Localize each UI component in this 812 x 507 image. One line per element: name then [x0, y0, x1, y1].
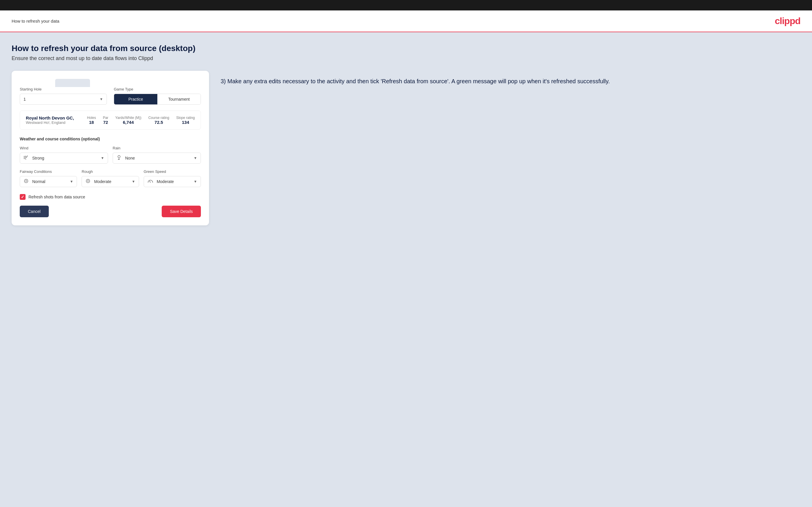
practice-button[interactable]: Practice [114, 94, 157, 104]
side-text-content: 3) Make any extra edits necessary to the… [221, 76, 800, 86]
wind-group: Wind Strong None Light Moderate [20, 146, 108, 164]
course-rating-stat: Course rating 72.5 [148, 116, 169, 125]
green-speed-select[interactable]: Moderate Slow Fast [156, 176, 201, 187]
side-text: 3) Make any extra edits necessary to the… [221, 71, 800, 92]
course-location: Westward Ho!, England [26, 120, 74, 125]
cancel-button[interactable]: Cancel [20, 206, 49, 217]
checkmark-icon: ✓ [21, 194, 24, 199]
yards-label: Yards/White (M)) [115, 116, 141, 120]
header-title: How to refresh your data [12, 18, 59, 23]
course-rating-value: 72.5 [148, 120, 169, 125]
wind-select[interactable]: Strong None Light Moderate [31, 153, 108, 163]
conditions-row-2: Fairway Conditions Normal Soft Hard [20, 169, 201, 187]
course-card: Royal North Devon GC, Westward Ho!, Engl… [20, 111, 201, 130]
svg-point-0 [118, 156, 120, 158]
wind-label: Wind [20, 146, 108, 150]
starting-hole-select[interactable]: 1 10 [20, 94, 107, 104]
course-rating-label: Course rating [148, 116, 169, 120]
rain-icon [113, 155, 124, 161]
refresh-checkbox[interactable]: ✓ [20, 194, 26, 200]
svg-point-4 [87, 180, 89, 181]
page-title: How to refresh your data from source (de… [12, 44, 800, 53]
rough-label: Rough [82, 169, 139, 174]
rough-icon [82, 179, 93, 184]
tournament-button[interactable]: Tournament [157, 94, 201, 104]
card-tabs [20, 79, 201, 87]
fairway-select-wrapper[interactable]: Normal Soft Hard ▼ [20, 176, 77, 187]
wind-select-wrapper[interactable]: Strong None Light Moderate ▼ [20, 153, 108, 164]
logo: clippd [775, 16, 800, 26]
green-speed-group: Green Speed Moderate Slow Fast [144, 169, 201, 187]
course-stats: Holes 18 Par 72 Yards/White (M)) 6,744 C… [87, 116, 195, 125]
slope-rating-label: Slope rating [176, 116, 195, 120]
fairway-select[interactable]: Normal Soft Hard [31, 176, 77, 187]
fairway-group: Fairway Conditions Normal Soft Hard [20, 169, 77, 187]
par-value: 72 [103, 120, 108, 125]
page-subtitle: Ensure the correct and most up to date d… [12, 55, 800, 61]
course-name: Royal North Devon GC, [26, 115, 74, 120]
wind-icon [20, 156, 31, 161]
hole-gametype-row: Starting Hole 1 10 ▼ Game Type Practice … [20, 87, 201, 105]
wind-rain-row: Wind Strong None Light Moderate [20, 146, 201, 164]
holes-value: 18 [87, 120, 96, 125]
save-button[interactable]: Save Details [162, 206, 201, 217]
main-content: How to refresh your data from source (de… [0, 32, 812, 507]
rough-group: Rough Moderate Light Heavy [82, 169, 139, 187]
green-speed-label: Green Speed [144, 169, 201, 174]
rough-select[interactable]: Moderate Light Heavy [93, 176, 139, 187]
par-stat: Par 72 [103, 116, 108, 125]
slope-rating-stat: Slope rating 134 [176, 116, 195, 125]
rain-select-wrapper[interactable]: None Light Heavy ▼ [113, 153, 201, 164]
yards-stat: Yards/White (M)) 6,744 [115, 116, 141, 125]
starting-hole-select-wrapper[interactable]: 1 10 ▼ [20, 94, 107, 105]
fairway-icon [20, 179, 31, 184]
holes-stat: Holes 18 [87, 116, 96, 125]
game-type-group: Game Type Practice Tournament [114, 87, 201, 105]
starting-hole-group: Starting Hole 1 10 ▼ [20, 87, 107, 105]
green-speed-select-wrapper[interactable]: Moderate Slow Fast ▼ [144, 176, 201, 187]
card-tab [55, 79, 90, 87]
slope-rating-value: 134 [176, 120, 195, 125]
card-tab-active [20, 79, 55, 87]
green-speed-icon [144, 179, 156, 184]
rough-select-wrapper[interactable]: Moderate Light Heavy ▼ [82, 176, 139, 187]
header: How to refresh your data clippd [0, 10, 812, 32]
holes-label: Holes [87, 116, 96, 120]
rain-select[interactable]: None Light Heavy [124, 153, 201, 163]
game-type-label: Game Type [114, 87, 201, 91]
form-card: Starting Hole 1 10 ▼ Game Type Practice … [12, 71, 209, 225]
rain-label: Rain [113, 146, 201, 150]
fairway-label: Fairway Conditions [20, 169, 77, 174]
content-area: Starting Hole 1 10 ▼ Game Type Practice … [12, 71, 800, 225]
refresh-row: ✓ Refresh shots from data source [20, 194, 201, 200]
yards-value: 6,744 [115, 120, 141, 125]
svg-point-2 [26, 180, 27, 181]
rain-group: Rain None Light Heavy [113, 146, 201, 164]
course-info: Royal North Devon GC, Westward Ho!, Engl… [26, 115, 74, 125]
button-row: Cancel Save Details [20, 206, 201, 217]
refresh-label: Refresh shots from data source [29, 194, 85, 199]
par-label: Par [103, 116, 108, 120]
top-bar [0, 0, 812, 10]
game-type-toggle: Practice Tournament [114, 94, 201, 105]
starting-hole-label: Starting Hole [20, 87, 107, 91]
conditions-title: Weather and course conditions (optional) [20, 136, 201, 141]
